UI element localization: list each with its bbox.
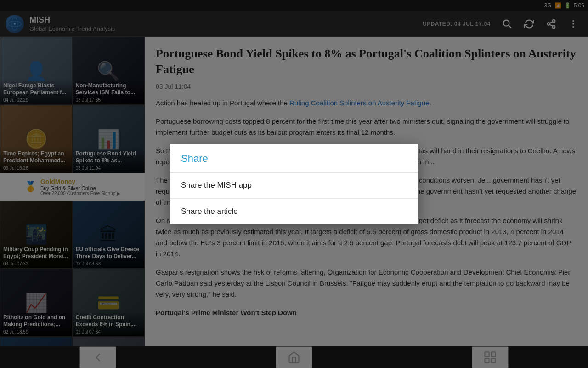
share-app-button[interactable]: Share the MISH app — [170, 172, 418, 199]
share-article-button[interactable]: Share the article — [170, 199, 418, 224]
share-modal: Share Share the MISH app Share the artic… — [170, 144, 418, 224]
modal-overlay[interactable]: Share Share the MISH app Share the artic… — [0, 0, 588, 368]
share-modal-title: Share — [170, 144, 418, 172]
